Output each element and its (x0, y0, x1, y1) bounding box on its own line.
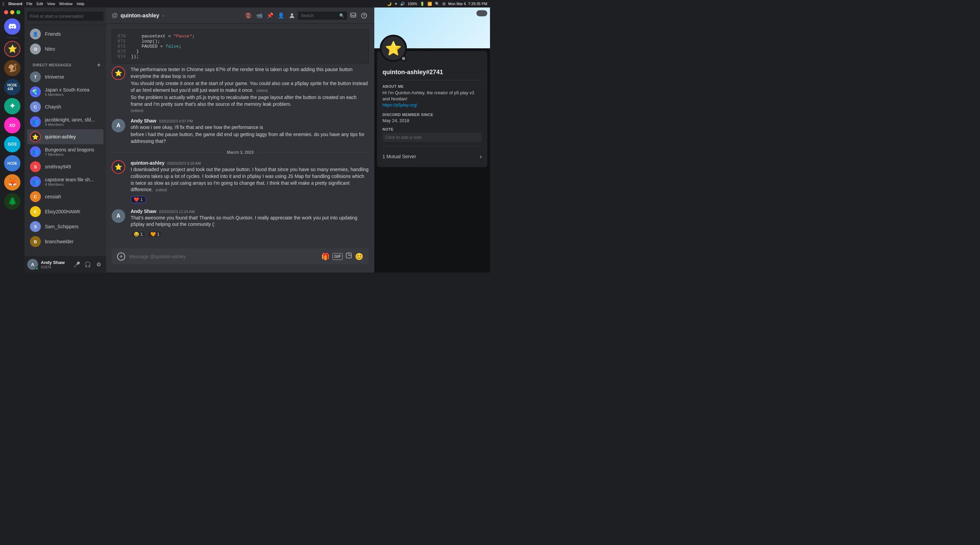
dm-item-eboy[interactable]: E Eboy2000HAWK (27, 204, 103, 219)
dm-name-chaysh: Chaysh (45, 104, 61, 110)
dm-item-bungeons[interactable]: 👥 Bungeons and bragons7 Members (27, 144, 103, 159)
header-icons: 📵 📹 📌 👤 Search 🔍 (243, 11, 369, 21)
date-separator-text: March 3, 2023 (227, 150, 254, 155)
gift-icon[interactable]: 🎁 (321, 253, 330, 261)
msg-avatar-quinton2: ⭐ (111, 160, 125, 174)
member-since-date: May 24, 2018 (382, 118, 482, 123)
dm-item-branch[interactable]: B branchwelder (27, 234, 103, 249)
msg-header-quinton2: quinton-ashley 03/03/2023 6:18 AM (130, 160, 369, 166)
maximize-button[interactable] (16, 10, 21, 14)
emoji-icon[interactable]: 😊 (355, 253, 363, 261)
user-panel: A Andy Shaw #1876 🎤 🎧 ⚙ (24, 256, 106, 272)
dm-search-input[interactable] (27, 11, 103, 21)
server-icon-chatgpt[interactable]: ✦ (4, 98, 21, 114)
menu-edit[interactable]: Edit (37, 2, 43, 6)
edited-tag-q2: (edited) (156, 188, 167, 192)
note-input[interactable]: Click to add a note (382, 133, 482, 142)
control-center-icon: ⊟ (442, 2, 445, 6)
sticker-icon[interactable] (345, 252, 352, 261)
dm-name-branch: branchwelder (45, 239, 73, 244)
mutual-servers[interactable]: 1 Mutual Server › (382, 150, 482, 163)
mutual-servers-chevron: › (480, 153, 482, 160)
inbox-icon[interactable] (348, 11, 358, 21)
profile-avatar-wrap: ⭐ (380, 35, 407, 62)
video-mute-icon[interactable]: 📵 (243, 11, 253, 21)
dm-avatar-triniverse: T (30, 72, 41, 82)
home-button[interactable] (4, 18, 21, 35)
dm-item-sam[interactable]: S Sam_Schippers (27, 219, 103, 234)
add-friend-icon[interactable]: 👤 (276, 11, 286, 21)
profile-bio: Hi I'm Quinton Ashley, the creator of p5… (382, 90, 482, 108)
at-sign: @ (111, 12, 118, 19)
reaction-laugh[interactable]: 😄 1 (130, 230, 146, 238)
profile-divider-1 (382, 80, 482, 80)
server-icon-fox[interactable]: 🦊 (4, 174, 21, 191)
server-icon-go[interactable]: GO3 (4, 136, 21, 153)
dm-item-jacobknight[interactable]: 👥 jacobknight, ianm, sfd...4 Members (27, 114, 103, 129)
dm-item-chaysh[interactable]: C Chaysh (27, 99, 103, 114)
dm-item-smithray[interactable]: S smithray949 (27, 159, 103, 174)
server-icon-hcde2[interactable]: HCDE (4, 155, 21, 172)
server-icon-hcde[interactable]: HCDE438 (4, 79, 21, 95)
sidebar-item-nitro[interactable]: ⊙ Nitro (27, 41, 103, 56)
dm-item-cessiah[interactable]: C cessiah (27, 189, 103, 204)
dm-name-smithray: smithray949 (45, 164, 71, 169)
dm-item-triniverse[interactable]: T triniverse (27, 69, 103, 84)
app-container: ⭐ 🐒 HCDE438 ✦ XD GO3 HCDE 🦊 🌲 👤 Friends … (0, 8, 490, 272)
menu-help[interactable]: Help (76, 2, 84, 6)
msg-timestamp-andy1: 03/02/2023 4:07 PM (159, 119, 192, 123)
dm-item-japan-sk[interactable]: 🌏 Japan x South Korea5 Members (27, 84, 103, 99)
server-icon-nature[interactable]: 🌲 (4, 193, 21, 210)
mute-button[interactable]: 🎤 (72, 260, 82, 269)
msg-author-quinton2: quinton-ashley (130, 160, 165, 166)
dm-add-button[interactable]: + (97, 62, 101, 68)
msg-text-quinton2: I downloaded your project and took out t… (130, 166, 369, 193)
video-icon[interactable]: 📹 (255, 11, 264, 21)
menu-view[interactable]: View (47, 2, 55, 6)
reaction-heart[interactable]: ❤️ 1 (130, 196, 146, 203)
user-avatar: A (27, 259, 38, 270)
profile-username: quinton-ashley#2741 (382, 69, 482, 76)
dm-item-quinton[interactable]: ⭐ quinton-ashley (27, 129, 103, 144)
apple-menu[interactable]:  (3, 2, 5, 6)
minimize-button[interactable] (10, 10, 14, 14)
edited-tag: (edited) (256, 89, 268, 92)
msg-text-1c: So the problem is actually with p5.js tr… (130, 94, 369, 108)
attach-button[interactable]: + (117, 253, 125, 261)
battery-icon: 🔋 (420, 2, 425, 6)
server-icon-xd[interactable]: XD (4, 117, 21, 133)
menu-window[interactable]: Window (59, 2, 73, 6)
profile-status-dot (401, 56, 406, 61)
server-icon-star[interactable]: ⭐ (4, 41, 21, 57)
dm-item-capstone[interactable]: 👥 capstone team file sh...4 Members (27, 174, 103, 189)
gif-button[interactable]: GIF (332, 253, 343, 260)
pin-icon[interactable]: 📌 (266, 11, 275, 21)
close-button[interactable] (4, 10, 8, 14)
chat-area: @ quinton-ashley ○ 📵 📹 📌 👤 Search 🔍 (106, 8, 374, 272)
msg-text-1b: You should only create it once at the st… (130, 80, 369, 94)
server-icon-monkey[interactable]: 🐒 (4, 60, 21, 76)
mutual-servers-text: 1 Mutual Server (382, 154, 416, 159)
user-profile-icon[interactable] (287, 11, 297, 21)
dm-name-japan-sk: Japan x South Korea5 Members (45, 87, 89, 97)
deafen-button[interactable]: 🎧 (83, 260, 92, 269)
dm-name-quinton: quinton-ashley (45, 134, 76, 140)
sidebar-item-friends[interactable]: 👤 Friends (27, 27, 103, 41)
code-line-870: 870 pausetext = "Pause"; (116, 34, 364, 39)
help-icon[interactable]: ? (360, 11, 369, 21)
reactions-andy2: 😄 1 🧡 1 (130, 229, 369, 238)
settings-button[interactable]: ⚙ (94, 260, 103, 269)
profile-link[interactable]: https://p5play.org/ (382, 102, 417, 108)
menu-file[interactable]: File (27, 2, 33, 6)
friends-label: Friends (45, 31, 61, 37)
reaction-orange-heart[interactable]: 🧡 1 (147, 230, 163, 238)
bluetooth-icon: ✶ (395, 2, 398, 6)
message-input[interactable] (129, 254, 317, 259)
code-line-873: 873 } (116, 49, 364, 54)
profile-toggle[interactable] (476, 10, 487, 16)
search-box[interactable]: Search 🔍 (298, 11, 347, 20)
about-me-label: ABOUT ME (382, 84, 482, 89)
msg-content-andy2: Andy Shaw 03/03/2023 11:24 AM That's awe… (130, 208, 369, 238)
user-info: Andy Shaw #1876 (41, 260, 69, 269)
msg-text-1a: The performance tester in Chrome says 67… (130, 66, 369, 79)
